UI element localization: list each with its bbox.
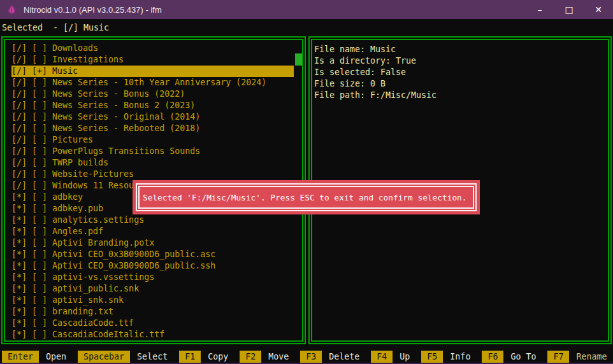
- key-action-label: Up: [400, 352, 410, 361]
- key-action-label: Info: [450, 352, 470, 361]
- scrollbar-thumb[interactable]: [295, 53, 302, 66]
- keybar-item[interactable]: F5Info: [421, 351, 470, 363]
- keybar-item[interactable]: SpacebarSelect: [78, 351, 168, 363]
- key-action-label: Delete: [329, 352, 359, 361]
- list-item[interactable]: [/] [ ] TWRP builds: [11, 157, 294, 169]
- list-item[interactable]: [/] [ ] Website-Pictures: [11, 169, 294, 180]
- keybar-item[interactable]: F6Go To: [482, 351, 536, 363]
- list-item[interactable]: [/] [ ] News Series - 10th Year Annivers…: [11, 77, 294, 88]
- key-action-label: Copy: [208, 352, 228, 361]
- keybar-item[interactable]: F1Copy: [179, 351, 228, 363]
- keybar-item[interactable]: F4Up: [371, 351, 410, 363]
- terminal-window: { "window": { "title": "Nitrocid v0.1.0 …: [0, 0, 613, 364]
- selection-status: Selected - [/] Music: [0, 19, 613, 36]
- list-item[interactable]: [*] [ ] analytics.settings: [11, 214, 294, 226]
- key-badge[interactable]: F3: [300, 351, 322, 363]
- key-badge[interactable]: F7: [547, 351, 569, 363]
- minimize-button[interactable]: –: [525, 0, 554, 19]
- selection-dialog: Selected 'F:/Misc/Music'. Press ESC to e…: [133, 180, 480, 214]
- list-item[interactable]: [/] [ ] Downloads: [11, 43, 294, 54]
- file-info-line: Is a directory: True: [314, 55, 608, 67]
- list-item[interactable]: [*] [ ] Angles.pdf: [11, 226, 294, 237]
- key-badge[interactable]: F4: [371, 351, 393, 363]
- list-item[interactable]: [/] [ ] News Series - Bonus (2022): [11, 88, 294, 100]
- list-item[interactable]: [*] [ ] aptivi_public.snk: [11, 283, 294, 295]
- list-item[interactable]: [/] [ ] PowerPlugs Transitions Sounds: [11, 146, 294, 157]
- file-info: File name: MusicIs a directory: TrueIs s…: [312, 40, 608, 101]
- key-action-label: Go To: [510, 352, 536, 361]
- file-info-line: File name: Music: [314, 44, 608, 55]
- key-badge[interactable]: Enter: [2, 351, 39, 363]
- list-item[interactable]: [*] [ ] CascadiaCodeItalic.ttf: [11, 329, 294, 340]
- file-info-line: Is selected: False: [314, 67, 608, 78]
- list-item-selected[interactable]: [/] [+] Music: [11, 66, 294, 77]
- list-item[interactable]: [/] [ ] News Series - Bonus 2 (2023): [11, 100, 294, 111]
- keybar-item[interactable]: F7Rename: [547, 351, 607, 363]
- nitrocid-logo-icon: [6, 4, 17, 15]
- list-item[interactable]: [*] [ ] CascadiaCode.ttf: [11, 318, 294, 329]
- key-badge[interactable]: F5: [421, 351, 443, 363]
- keybar-item[interactable]: EnterOpen: [2, 351, 66, 363]
- key-badge[interactable]: F2: [240, 351, 261, 363]
- list-item[interactable]: [*] [ ] Aptivi Branding.potx: [11, 237, 294, 249]
- key-badge[interactable]: F6: [482, 351, 503, 363]
- file-info-line: File size: 0 B: [314, 78, 608, 90]
- key-badge[interactable]: Spacebar: [78, 351, 130, 363]
- list-item[interactable]: [/] [ ] Pictures: [11, 134, 294, 146]
- list-item[interactable]: [*] [ ] Aptivi CEO_0x3B0900D6_public.asc: [11, 249, 294, 260]
- key-action-label: Move: [268, 352, 289, 361]
- title-bar: Nitrocid v0.1.0 (API v3.0.25.437) - ifm …: [0, 0, 613, 19]
- keybar: EnterOpenSpacebarSelectF1CopyF2MoveF3Del…: [0, 351, 613, 363]
- list-item[interactable]: [/] [ ] Investigations: [11, 54, 294, 66]
- selection-dialog-message: Selected 'F:/Misc/Music'. Press ESC to e…: [140, 193, 467, 202]
- list-item[interactable]: [*] [ ] branding.txt: [11, 306, 294, 318]
- list-item[interactable]: [*] [ ] aptivi-vs.vssettings: [11, 272, 294, 283]
- list-item[interactable]: [/] [ ] News Series - Original (2014): [11, 111, 294, 123]
- key-action-label: Select: [137, 352, 168, 361]
- key-action-label: Rename: [576, 352, 607, 361]
- window-controls: – □ ✕: [525, 0, 613, 19]
- file-info-line: File path: F:/Misc/Music: [314, 90, 608, 101]
- window-title: Nitrocid v0.1.0 (API v3.0.25.437) - ifm: [24, 5, 162, 15]
- keybar-item[interactable]: F2Move: [240, 351, 289, 363]
- maximize-button[interactable]: □: [554, 0, 584, 19]
- keybar-item[interactable]: F3Delete: [300, 351, 359, 363]
- list-item[interactable]: [*] [ ] aptivi_snk.snk: [11, 295, 294, 306]
- list-item[interactable]: [*] [ ] Aptivi CEO_0x3B0900D6_public.ssh: [11, 260, 294, 272]
- key-badge[interactable]: F1: [179, 351, 201, 363]
- list-item[interactable]: [/] [ ] News Series - Rebooted (2018): [11, 123, 294, 134]
- selection-dialog-border: Selected 'F:/Misc/Music'. Press ESC to e…: [136, 183, 477, 211]
- key-action-label: Open: [46, 352, 66, 361]
- close-button[interactable]: ✕: [584, 0, 613, 19]
